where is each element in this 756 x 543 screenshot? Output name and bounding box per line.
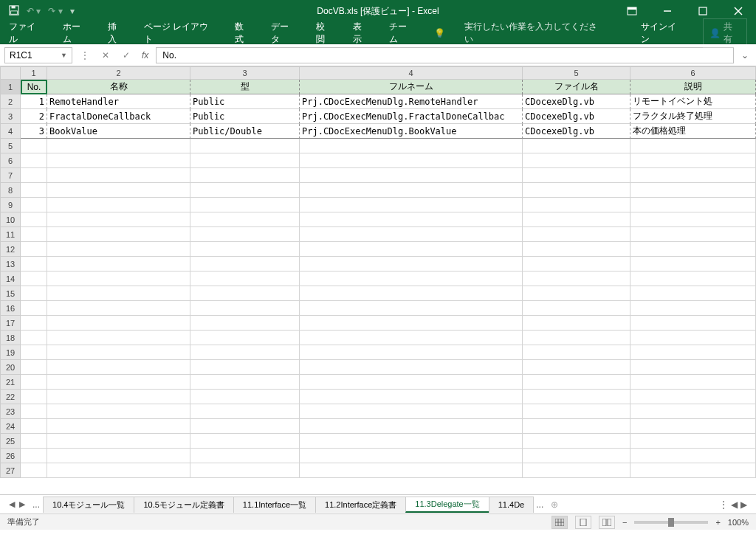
cell[interactable] [47, 227, 190, 242]
expand-formula-icon[interactable]: ⌄ [738, 50, 752, 60]
select-all-corner[interactable] [0, 66, 21, 80]
enter-icon[interactable]: ✓ [118, 47, 134, 63]
sheet-tab[interactable]: 11.2Interface定義書 [315, 497, 406, 513]
view-normal-icon[interactable] [551, 516, 568, 529]
cell[interactable] [300, 331, 523, 345]
cell[interactable] [47, 419, 190, 434]
share-button[interactable]: 👤共有 [703, 18, 747, 48]
cell[interactable] [523, 345, 630, 360]
cell[interactable] [630, 419, 756, 434]
zoom-level[interactable]: 100% [728, 518, 749, 527]
row-header[interactable]: 17 [0, 316, 21, 331]
cell[interactable] [190, 153, 300, 168]
cell[interactable] [300, 404, 523, 419]
row-headers[interactable]: 1234567891011121314151617181920212223242… [0, 80, 21, 478]
cell[interactable] [21, 272, 47, 286]
cell[interactable] [630, 227, 756, 242]
cell[interactable]: Public/Double [190, 124, 300, 139]
row-header[interactable]: 19 [0, 345, 21, 360]
signin-link[interactable]: サインイン [641, 21, 684, 46]
cell[interactable]: Prj.CDocExecMenuDlg.RemoteHandler [300, 94, 523, 109]
cell[interactable] [190, 434, 300, 449]
cell[interactable] [630, 331, 756, 345]
cell[interactable]: CDocexeDlg.vb [523, 109, 630, 124]
cell[interactable] [300, 449, 523, 463]
cell[interactable] [21, 301, 47, 316]
tab-page-layout[interactable]: ページ レイアウト [144, 21, 216, 46]
cell[interactable]: 1 [21, 94, 47, 109]
view-page-layout-icon[interactable] [575, 516, 591, 529]
row-header[interactable]: 25 [0, 434, 21, 449]
row-header[interactable]: 8 [0, 183, 21, 198]
row-header[interactable]: 16 [0, 301, 21, 316]
cell[interactable] [47, 153, 190, 168]
cell[interactable] [523, 168, 630, 183]
cell[interactable]: フルネーム [300, 80, 523, 94]
cell[interactable]: CDocexeDlg.vb [523, 124, 630, 139]
cell[interactable] [630, 286, 756, 301]
cell[interactable] [523, 449, 630, 463]
cell[interactable] [523, 227, 630, 242]
scroll-left-icon[interactable]: ◀ [731, 499, 738, 510]
cell[interactable] [300, 463, 523, 478]
tab-insert[interactable]: 挿入 [108, 21, 125, 46]
cell[interactable] [300, 139, 523, 153]
name-box[interactable]: R1C1▼ [4, 47, 72, 63]
tab-review[interactable]: 校閲 [316, 21, 333, 46]
row-header[interactable]: 15 [0, 286, 21, 301]
cell[interactable]: 名称 [47, 80, 190, 94]
cell[interactable] [630, 390, 756, 404]
ribbon-display-icon[interactable] [617, 1, 647, 21]
cell[interactable] [300, 434, 523, 449]
cell[interactable] [190, 212, 300, 227]
hscroll[interactable]: ⋮◀▶ [715, 499, 752, 510]
cell[interactable]: Public [190, 94, 300, 109]
cell[interactable] [523, 316, 630, 331]
cell[interactable] [630, 183, 756, 198]
formula-input[interactable]: No. [156, 47, 734, 63]
zoom-out-button[interactable]: − [622, 518, 627, 527]
cell[interactable] [47, 390, 190, 404]
cells-area[interactable]: No.名称型フルネームファイル名説明1RemoteHandlerPublicPr… [21, 80, 756, 478]
namebox-dropdown[interactable]: ⋮ [77, 47, 93, 63]
row-header[interactable]: 18 [0, 331, 21, 345]
cell[interactable] [630, 257, 756, 272]
cell[interactable] [300, 390, 523, 404]
cell[interactable] [47, 360, 190, 375]
cell[interactable] [47, 449, 190, 463]
row-header[interactable]: 20 [0, 360, 21, 375]
row-header[interactable]: 27 [0, 463, 21, 478]
row-header[interactable]: 10 [0, 212, 21, 227]
cell[interactable] [190, 419, 300, 434]
cell[interactable] [630, 434, 756, 449]
cell[interactable] [523, 212, 630, 227]
col-header[interactable]: 1 [21, 66, 47, 80]
cell[interactable] [190, 301, 300, 316]
cell[interactable] [190, 227, 300, 242]
cell[interactable] [300, 153, 523, 168]
cell[interactable] [630, 316, 756, 331]
cell[interactable] [47, 198, 190, 212]
tab-formulas[interactable]: 数式 [235, 21, 252, 46]
cell[interactable]: 型 [190, 80, 300, 94]
cell[interactable] [21, 434, 47, 449]
cell[interactable] [21, 139, 47, 153]
cell[interactable] [190, 360, 300, 375]
cell[interactable] [630, 360, 756, 375]
cell[interactable] [190, 183, 300, 198]
cell[interactable] [523, 463, 630, 478]
cell[interactable]: リモートイベント処 [630, 94, 756, 109]
cell[interactable] [300, 198, 523, 212]
scroll-right-icon[interactable]: ▶ [740, 499, 747, 510]
cell[interactable] [630, 242, 756, 257]
cell[interactable] [47, 434, 190, 449]
cell[interactable] [190, 168, 300, 183]
row-header[interactable]: 23 [0, 404, 21, 419]
cell[interactable] [47, 301, 190, 316]
cell[interactable] [47, 331, 190, 345]
cell[interactable] [630, 198, 756, 212]
cell[interactable] [21, 168, 47, 183]
cell[interactable]: 2 [21, 109, 47, 124]
cell[interactable] [21, 331, 47, 345]
cell[interactable] [21, 153, 47, 168]
